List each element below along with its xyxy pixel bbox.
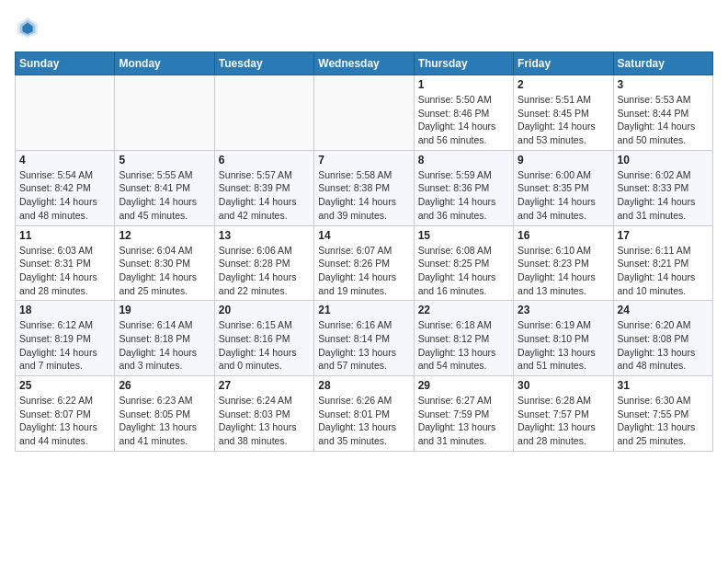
calendar-week-3: 11Sunrise: 6:03 AMSunset: 8:31 PMDayligh… <box>16 225 713 301</box>
day-info: Sunrise: 6:24 AMSunset: 8:03 PMDaylight:… <box>219 394 310 448</box>
calendar-cell: 6Sunrise: 5:57 AMSunset: 8:39 PMDaylight… <box>214 150 313 225</box>
calendar-cell: 5Sunrise: 5:55 AMSunset: 8:41 PMDaylight… <box>115 150 214 225</box>
calendar-cell: 7Sunrise: 5:58 AMSunset: 8:38 PMDaylight… <box>314 150 414 225</box>
calendar-cell: 23Sunrise: 6:19 AMSunset: 8:10 PMDayligh… <box>514 301 613 376</box>
day-number: 23 <box>518 304 609 316</box>
day-number: 31 <box>618 379 709 392</box>
day-number: 27 <box>219 379 310 392</box>
calendar-cell <box>115 75 214 151</box>
day-info: Sunrise: 6:19 AMSunset: 8:10 PMDaylight:… <box>518 318 609 373</box>
calendar-cell: 22Sunrise: 6:18 AMSunset: 8:12 PMDayligh… <box>414 301 513 376</box>
day-info: Sunrise: 6:30 AMSunset: 7:55 PMDaylight:… <box>618 394 709 448</box>
calendar-cell: 16Sunrise: 6:10 AMSunset: 8:23 PMDayligh… <box>514 225 613 301</box>
day-number: 3 <box>618 78 709 91</box>
calendar-week-1: 1Sunrise: 5:50 AMSunset: 8:46 PMDaylight… <box>16 75 713 151</box>
day-info: Sunrise: 6:14 AMSunset: 8:18 PMDaylight:… <box>119 318 210 373</box>
calendar-cell: 9Sunrise: 6:00 AMSunset: 8:35 PMDaylight… <box>514 150 613 225</box>
day-number: 20 <box>219 304 310 316</box>
calendar-cell: 4Sunrise: 5:54 AMSunset: 8:42 PMDaylight… <box>16 150 115 225</box>
calendar-cell: 29Sunrise: 6:27 AMSunset: 7:59 PMDayligh… <box>414 376 513 452</box>
day-info: Sunrise: 6:12 AMSunset: 8:19 PMDaylight:… <box>19 318 110 373</box>
day-info: Sunrise: 6:10 AMSunset: 8:23 PMDaylight:… <box>518 244 609 298</box>
day-number: 4 <box>19 154 110 167</box>
calendar-cell: 21Sunrise: 6:16 AMSunset: 8:14 PMDayligh… <box>314 301 414 376</box>
calendar-cell: 25Sunrise: 6:22 AMSunset: 8:07 PMDayligh… <box>16 376 115 452</box>
header-monday: Monday <box>115 52 214 75</box>
header-friday: Friday <box>514 52 613 75</box>
day-info: Sunrise: 6:18 AMSunset: 8:12 PMDaylight:… <box>418 318 509 373</box>
header-saturday: Saturday <box>613 52 712 75</box>
day-number: 28 <box>318 379 409 392</box>
calendar-cell: 31Sunrise: 6:30 AMSunset: 7:55 PMDayligh… <box>613 376 712 452</box>
calendar-cell <box>314 75 414 151</box>
day-info: Sunrise: 5:59 AMSunset: 8:36 PMDaylight:… <box>418 168 509 223</box>
day-info: Sunrise: 6:28 AMSunset: 7:57 PMDaylight:… <box>518 394 609 448</box>
day-info: Sunrise: 5:58 AMSunset: 8:38 PMDaylight:… <box>318 168 409 223</box>
day-info: Sunrise: 6:00 AMSunset: 8:35 PMDaylight:… <box>518 168 609 223</box>
day-info: Sunrise: 6:16 AMSunset: 8:14 PMDaylight:… <box>318 318 409 373</box>
logo-icon <box>15 15 40 40</box>
calendar-cell: 11Sunrise: 6:03 AMSunset: 8:31 PMDayligh… <box>16 225 115 301</box>
day-number: 16 <box>518 229 609 242</box>
day-number: 10 <box>618 154 709 167</box>
page-header <box>15 15 713 40</box>
calendar-cell: 18Sunrise: 6:12 AMSunset: 8:19 PMDayligh… <box>16 301 115 376</box>
day-number: 26 <box>119 379 210 392</box>
day-info: Sunrise: 6:04 AMSunset: 8:30 PMDaylight:… <box>119 244 210 298</box>
day-info: Sunrise: 6:02 AMSunset: 8:33 PMDaylight:… <box>618 168 709 223</box>
calendar-week-2: 4Sunrise: 5:54 AMSunset: 8:42 PMDaylight… <box>16 150 713 225</box>
header-wednesday: Wednesday <box>314 52 414 75</box>
day-number: 13 <box>219 229 310 242</box>
day-info: Sunrise: 5:50 AMSunset: 8:46 PMDaylight:… <box>418 93 509 147</box>
calendar-cell: 20Sunrise: 6:15 AMSunset: 8:16 PMDayligh… <box>214 301 313 376</box>
day-number: 7 <box>318 154 409 167</box>
day-number: 17 <box>618 229 709 242</box>
calendar-cell: 1Sunrise: 5:50 AMSunset: 8:46 PMDaylight… <box>414 75 513 151</box>
calendar-cell: 24Sunrise: 6:20 AMSunset: 8:08 PMDayligh… <box>613 301 712 376</box>
day-number: 25 <box>19 379 110 392</box>
day-number: 18 <box>19 304 110 316</box>
day-info: Sunrise: 6:20 AMSunset: 8:08 PMDaylight:… <box>618 318 709 373</box>
calendar-cell: 8Sunrise: 5:59 AMSunset: 8:36 PMDaylight… <box>414 150 513 225</box>
day-info: Sunrise: 6:15 AMSunset: 8:16 PMDaylight:… <box>219 318 310 373</box>
calendar-cell: 2Sunrise: 5:51 AMSunset: 8:45 PMDaylight… <box>514 75 613 151</box>
day-info: Sunrise: 6:11 AMSunset: 8:21 PMDaylight:… <box>618 244 709 298</box>
day-number: 2 <box>518 78 609 91</box>
day-number: 9 <box>518 154 609 167</box>
calendar-cell: 19Sunrise: 6:14 AMSunset: 8:18 PMDayligh… <box>115 301 214 376</box>
day-number: 22 <box>418 304 509 316</box>
calendar-cell: 14Sunrise: 6:07 AMSunset: 8:26 PMDayligh… <box>314 225 414 301</box>
day-info: Sunrise: 6:06 AMSunset: 8:28 PMDaylight:… <box>219 244 310 298</box>
calendar-cell <box>16 75 115 151</box>
day-number: 14 <box>318 229 409 242</box>
day-number: 5 <box>119 154 210 167</box>
day-info: Sunrise: 6:22 AMSunset: 8:07 PMDaylight:… <box>19 394 110 448</box>
calendar-cell: 30Sunrise: 6:28 AMSunset: 7:57 PMDayligh… <box>514 376 613 452</box>
calendar-week-4: 18Sunrise: 6:12 AMSunset: 8:19 PMDayligh… <box>16 301 713 376</box>
day-number: 30 <box>518 379 609 392</box>
calendar-cell: 10Sunrise: 6:02 AMSunset: 8:33 PMDayligh… <box>613 150 712 225</box>
day-info: Sunrise: 6:26 AMSunset: 8:01 PMDaylight:… <box>318 394 409 448</box>
calendar-cell: 26Sunrise: 6:23 AMSunset: 8:05 PMDayligh… <box>115 376 214 452</box>
calendar-cell: 17Sunrise: 6:11 AMSunset: 8:21 PMDayligh… <box>613 225 712 301</box>
day-number: 11 <box>19 229 110 242</box>
calendar-cell: 3Sunrise: 5:53 AMSunset: 8:44 PMDaylight… <box>613 75 712 151</box>
day-number: 21 <box>318 304 409 316</box>
logo <box>15 15 44 40</box>
day-info: Sunrise: 6:23 AMSunset: 8:05 PMDaylight:… <box>119 394 210 448</box>
day-number: 29 <box>418 379 509 392</box>
calendar-cell: 12Sunrise: 6:04 AMSunset: 8:30 PMDayligh… <box>115 225 214 301</box>
day-info: Sunrise: 5:51 AMSunset: 8:45 PMDaylight:… <box>518 93 609 147</box>
day-info: Sunrise: 5:55 AMSunset: 8:41 PMDaylight:… <box>119 168 210 223</box>
header-thursday: Thursday <box>414 52 513 75</box>
calendar-table: SundayMondayTuesdayWednesdayThursdayFrid… <box>15 52 713 452</box>
calendar-cell: 28Sunrise: 6:26 AMSunset: 8:01 PMDayligh… <box>314 376 414 452</box>
calendar-cell: 27Sunrise: 6:24 AMSunset: 8:03 PMDayligh… <box>214 376 313 452</box>
day-info: Sunrise: 5:54 AMSunset: 8:42 PMDaylight:… <box>19 168 110 223</box>
calendar-cell: 15Sunrise: 6:08 AMSunset: 8:25 PMDayligh… <box>414 225 513 301</box>
day-number: 19 <box>119 304 210 316</box>
day-number: 8 <box>418 154 509 167</box>
day-number: 1 <box>418 78 509 91</box>
day-info: Sunrise: 5:57 AMSunset: 8:39 PMDaylight:… <box>219 168 310 223</box>
header-tuesday: Tuesday <box>214 52 313 75</box>
